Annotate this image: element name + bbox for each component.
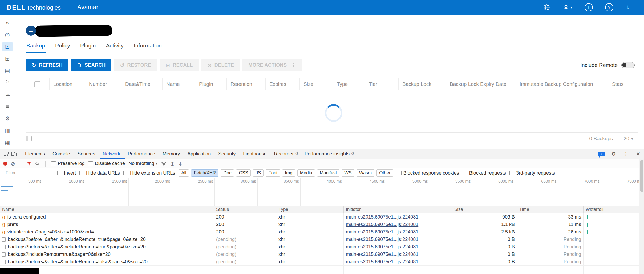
report-icon[interactable]: ▥: [2, 126, 13, 135]
network-overview-timeline[interactable]: 500 ms1000 ms1500 ms2000 ms2500 ms3000 m…: [0, 178, 644, 206]
hide-extension-urls-checkbox[interactable]: Hide extension URLs: [123, 170, 175, 176]
back-button[interactable]: ←: [26, 26, 36, 36]
devtools-tab[interactable]: Network: [100, 149, 125, 159]
refresh-button[interactable]: ↻ REFRESH: [26, 59, 68, 71]
select-all-checkbox[interactable]: [34, 81, 40, 87]
resource-filter-pill[interactable]: Wasm: [357, 169, 375, 177]
scrollbar-thumb[interactable]: [640, 160, 643, 192]
calendar-icon[interactable]: ▦: [2, 138, 13, 147]
network-column-header[interactable]: Waterfall: [583, 206, 644, 213]
initiator-link[interactable]: main-es2015.69075e1...js:224081: [346, 229, 418, 235]
inspect-element-icon[interactable]: [3, 150, 10, 158]
devtools-tab[interactable]: Elements: [22, 149, 50, 159]
backup-column-header[interactable]: Tier: [365, 78, 398, 90]
backup-column-header[interactable]: Name: [162, 78, 195, 90]
preserve-log-checkbox[interactable]: Preserve log: [51, 161, 85, 166]
kebab-menu-icon[interactable]: ⋮: [622, 150, 630, 158]
asset-management-icon[interactable]: ⊡: [2, 42, 13, 51]
page-tab[interactable]: Plugin: [80, 42, 96, 53]
backup-column-header[interactable]: Date&Time: [121, 78, 162, 90]
record-network-log-icon[interactable]: [3, 162, 7, 166]
delete-button[interactable]: ⊘ DELETE: [201, 59, 240, 71]
devtools-tab[interactable]: Application: [184, 149, 215, 159]
import-har-icon[interactable]: ↥: [170, 160, 175, 167]
table-panel-icon[interactable]: [26, 136, 32, 141]
resource-filter-pill[interactable]: Img: [282, 169, 295, 177]
invert-checkbox[interactable]: Invert: [57, 170, 76, 176]
network-column-header[interactable]: Status: [214, 206, 276, 213]
close-devtools-icon[interactable]: ✕: [634, 150, 642, 158]
network-column-header[interactable]: Type: [276, 206, 343, 213]
initiator-link[interactable]: main-es2015.69075e1...js:224081: [346, 214, 418, 220]
network-column-header[interactable]: Size: [452, 206, 517, 213]
initiator-link[interactable]: main-es2015.69075e1...js:224081: [346, 222, 418, 227]
more-actions-button[interactable]: MORE ACTIONS ⋮: [242, 59, 302, 71]
devtools-tab[interactable]: Performance insights ⚗: [302, 149, 358, 159]
recall-button[interactable]: ⊞ RECALL: [160, 59, 199, 71]
settings-doc-icon[interactable]: ⚙: [2, 114, 13, 123]
resource-filter-pill[interactable]: WS: [342, 169, 354, 177]
backup-column-header[interactable]: Size: [299, 78, 333, 90]
prefs[interactable]: prefs 200 xhr main-es2015.69075e1...js:2…: [0, 221, 644, 228]
backups?before=&after=&includeRemote=false&page=0&size=20[interactable]: backups?before=&after=&includeRemote=fal…: [0, 258, 644, 266]
initiator-link[interactable]: main-es2015.69075e1...js:224081: [346, 252, 418, 257]
cloud-icon[interactable]: ☁: [2, 90, 13, 99]
filter-input[interactable]: [3, 170, 54, 176]
settings-gear-icon[interactable]: ⚙: [610, 150, 617, 158]
resource-filter-pill[interactable]: Media: [297, 169, 315, 177]
label-icon[interactable]: ⚐: [2, 78, 13, 87]
backup-column-header[interactable]: Backup Lock Expiry Date: [446, 78, 516, 90]
device-toolbar-icon[interactable]: [10, 150, 18, 158]
backups?before=&after=&includeRemote=true&page=0&size=20[interactable]: backups?before=&after=&includeRemote=tru…: [0, 243, 644, 251]
resource-filter-pill[interactable]: Other: [376, 169, 393, 177]
throttling-select[interactable]: No throttling ▾: [128, 161, 157, 166]
disable-cache-checkbox[interactable]: Disable cache: [88, 161, 125, 166]
network-column-header[interactable]: Initiator: [343, 206, 452, 213]
backup-column-header[interactable]: Immutable Backup Configuration: [516, 78, 608, 90]
is-cdra-configured[interactable]: is-cdra-configured 200 xhr main-es2015.6…: [0, 213, 644, 221]
clear-network-log-icon[interactable]: ⊘: [11, 160, 15, 167]
info-icon[interactable]: i: [585, 3, 593, 11]
resource-filter-pill[interactable]: Doc: [221, 169, 234, 177]
resource-filter-pill[interactable]: CSS: [236, 169, 251, 177]
copy-icon[interactable]: ⊞: [2, 54, 13, 63]
resource-filter-pill[interactable]: JS: [253, 169, 264, 177]
search-network-icon[interactable]: [35, 161, 40, 166]
expand-sidebar-icon[interactable]: »: [2, 18, 13, 27]
restore-button[interactable]: ↺ RESTORE: [114, 59, 157, 71]
page-tab[interactable]: Policy: [55, 42, 71, 53]
history-icon[interactable]: ◷: [2, 30, 13, 39]
backups?includeRemote=true&page=0&size=20[interactable]: backups?includeRemote=true&page=0&size=2…: [0, 251, 644, 258]
backup-column-header[interactable]: Stats: [608, 78, 638, 90]
backup-column-header[interactable]: Retention: [226, 78, 265, 90]
hide-data-urls-checkbox[interactable]: Hide data URLs: [79, 170, 120, 176]
queue-icon[interactable]: ≡: [2, 102, 13, 111]
third-party-checkbox[interactable]: 3rd-party requests: [509, 170, 555, 176]
clipboard-icon[interactable]: ▤: [2, 66, 13, 75]
network-column-header[interactable]: Name: [0, 206, 214, 213]
page-tab[interactable]: Activity: [105, 42, 124, 53]
backup-column-header[interactable]: Expires: [265, 78, 299, 90]
backup-column-header[interactable]: Backup Lock: [398, 78, 446, 90]
network-column-header[interactable]: Time: [517, 206, 583, 213]
devtools-tab[interactable]: Sources: [75, 149, 100, 159]
backup-column-header[interactable]: Type: [333, 78, 365, 90]
backup-column-header[interactable]: Location: [49, 78, 85, 90]
devtools-tab[interactable]: Recorder ⚗: [271, 149, 302, 159]
user-menu-icon[interactable]: ▾: [562, 4, 572, 11]
resource-filter-pill[interactable]: Font: [266, 169, 280, 177]
console-messages-badge[interactable]: 2: [598, 151, 605, 157]
devtools-tab[interactable]: Console: [50, 149, 75, 159]
download-icon[interactable]: ↓: [626, 4, 630, 11]
backup-column-header[interactable]: Plugin: [195, 78, 226, 90]
devtools-tab[interactable]: Performance: [125, 149, 160, 159]
export-har-icon[interactable]: ↧: [178, 160, 183, 167]
devtools-scrollbar[interactable]: [639, 159, 644, 274]
devtools-tab[interactable]: Security: [215, 149, 240, 159]
help-icon[interactable]: ?: [605, 3, 613, 11]
page-tab[interactable]: Backup: [26, 42, 46, 53]
backup-column-header[interactable]: Number: [85, 78, 121, 90]
initiator-link[interactable]: main-es2015.69075e1...js:224081: [346, 237, 418, 242]
include-remote-toggle[interactable]: [621, 62, 635, 68]
search-button[interactable]: SEARCH: [71, 59, 111, 71]
